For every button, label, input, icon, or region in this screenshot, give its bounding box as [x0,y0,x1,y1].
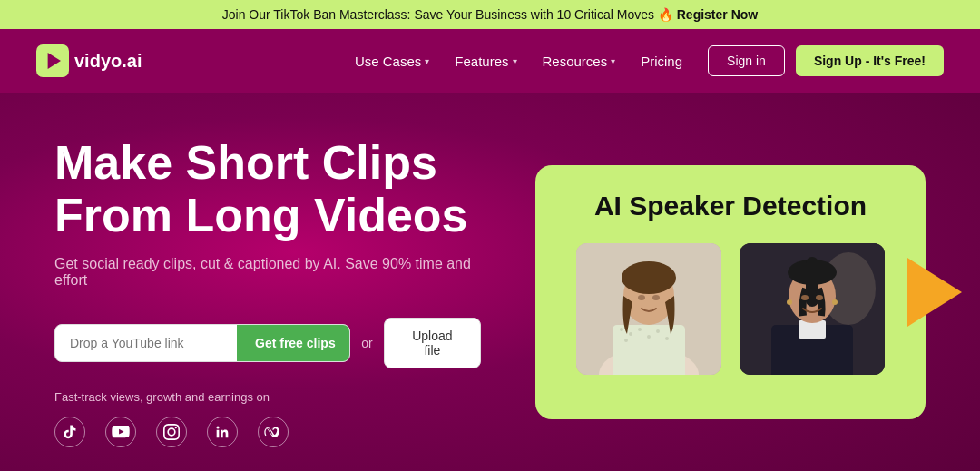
hero-section: Make Short Clips From Long Videos Get so… [0,93,980,471]
chevron-down-icon: ▾ [425,56,429,66]
svg-point-25 [816,295,823,300]
navbar: vidyo.ai Use Cases ▾ Features ▾ Resource… [0,29,980,93]
hero-subtitle: Get social ready clips, cut & captioned … [54,256,481,289]
video-thumbnails [561,243,900,375]
video-thumb-1 [576,243,721,375]
video-thumb-2 [740,243,885,375]
svg-point-16 [652,295,660,300]
svg-point-11 [656,329,660,333]
youtube-input[interactable] [55,325,237,361]
input-row: Get free clips or Upload file [54,318,481,368]
youtube-input-wrapper: Get free clips [54,324,350,362]
signin-button[interactable]: Sign in [708,45,785,76]
nav-features[interactable]: Features ▾ [455,54,516,69]
tiktok-icon[interactable] [54,417,85,447]
or-separator: or [361,336,372,350]
top-banner: Join Our TikTok Ban Masterclass: Save Yo… [0,0,980,29]
logo-text[interactable]: vidyo.ai [74,51,142,72]
svg-point-12 [665,337,669,340]
svg-rect-5 [612,325,685,375]
ai-card-title: AI Speaker Detection [561,191,900,221]
svg-point-15 [638,295,645,300]
nav-pricing[interactable]: Pricing [641,54,682,69]
hero-title: Make Short Clips From Long Videos [54,137,481,240]
ai-card: AI Speaker Detection [535,165,926,419]
svg-point-26 [787,299,792,305]
hero-left: Make Short Clips From Long Videos Get so… [54,137,481,446]
svg-point-8 [624,339,628,342]
banner-cta[interactable]: Register Now [677,7,758,22]
meta-icon[interactable] [258,417,289,447]
social-icons [54,417,481,447]
svg-point-14 [622,261,676,294]
svg-point-24 [801,295,808,300]
svg-point-7 [629,332,632,336]
youtube-icon[interactable] [105,417,136,447]
get-clips-button[interactable]: Get free clips [237,325,350,361]
nav-resources[interactable]: Resources ▾ [543,54,616,69]
banner-text: Join Our TikTok Ban Masterclass: Save Yo… [222,7,677,22]
svg-point-27 [832,299,838,305]
upload-file-button[interactable]: Upload file [384,318,481,368]
nav-links: Use Cases ▾ Features ▾ Resources ▾ Prici… [355,54,682,69]
nav-actions: Sign in Sign Up - It's Free! [708,45,944,76]
chevron-down-icon: ▾ [513,56,517,66]
linkedin-icon[interactable] [207,417,238,447]
chevron-down-icon: ▾ [611,56,615,66]
svg-point-6 [620,328,623,331]
nav-use-cases[interactable]: Use Cases ▾ [355,54,429,69]
svg-point-9 [638,328,642,331]
svg-point-10 [647,335,651,339]
signup-button[interactable]: Sign Up - It's Free! [796,45,944,76]
logo-area: vidyo.ai [36,44,142,77]
logo-icon [36,44,69,77]
instagram-icon[interactable] [156,417,187,447]
hero-right: AI Speaker Detection [535,165,926,419]
triangle-decoration [907,258,962,327]
social-label: Fast-track views, growth and earnings on [54,390,481,404]
